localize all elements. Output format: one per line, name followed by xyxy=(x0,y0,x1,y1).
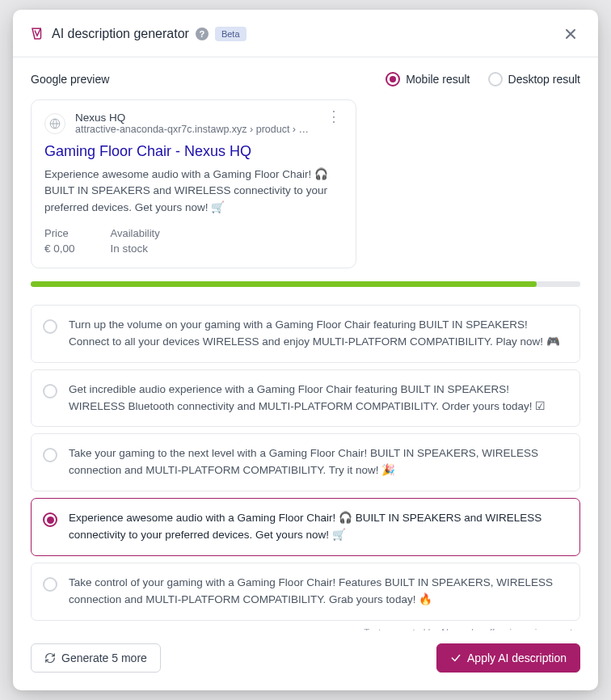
refresh-icon xyxy=(44,652,56,664)
preview-url: attractive-anaconda-qxr7c.instawp.xyz › … xyxy=(75,124,310,135)
preview-site-meta: Nexus HQ attractive-anaconda-qxr7c.insta… xyxy=(75,112,315,135)
help-icon[interactable]: ? xyxy=(196,27,209,40)
option-text: Experience awesome audio with a Gaming F… xyxy=(69,510,567,544)
modal-header: AI description generator ? Beta xyxy=(13,10,598,57)
radio-icon xyxy=(43,577,57,592)
mobile-result-radio[interactable]: Mobile result xyxy=(386,72,470,86)
preview-details: Price € 0,00 Availability In stock xyxy=(44,227,343,255)
option-text: Take control of your gaming with a Gamin… xyxy=(69,575,567,609)
google-preview-card: Nexus HQ attractive-anaconda-qxr7c.insta… xyxy=(31,99,356,268)
price-value: € 0,00 xyxy=(44,242,75,255)
favicon-icon xyxy=(44,113,65,134)
price-label: Price xyxy=(44,227,75,239)
generate-more-button[interactable]: Generate 5 more xyxy=(31,643,161,673)
preview-header-row: Google preview Mobile result Desktop res… xyxy=(31,72,580,86)
modal-footer: Generate 5 more Apply AI description xyxy=(13,630,598,690)
more-icon[interactable]: ⋮ xyxy=(325,112,343,121)
option-text: Turn up the volume on your gaming with a… xyxy=(69,317,567,351)
modal-title: AI description generator xyxy=(52,27,189,41)
modal-body: Google preview Mobile result Desktop res… xyxy=(13,57,598,630)
description-option[interactable]: Experience awesome audio with a Gaming F… xyxy=(31,498,580,556)
description-option[interactable]: Take your gaming to the next level with … xyxy=(31,433,580,491)
radio-icon xyxy=(43,448,57,462)
radio-icon xyxy=(43,384,57,398)
preview-description: Experience awesome audio with a Gaming F… xyxy=(44,167,343,216)
seo-score-fill xyxy=(31,281,537,287)
close-button[interactable] xyxy=(559,23,582,45)
radio-icon xyxy=(43,319,57,334)
option-text: Get incredible audio experience with a G… xyxy=(69,382,567,415)
preview-label: Google preview xyxy=(31,73,109,86)
apply-description-button[interactable]: Apply AI description xyxy=(436,643,580,673)
preview-price-col: Price € 0,00 xyxy=(44,227,75,255)
description-option[interactable]: Turn up the volume on your gaming with a… xyxy=(31,305,580,363)
description-option[interactable]: Get incredible audio experience with a G… xyxy=(31,369,580,428)
apply-description-label: Apply AI description xyxy=(467,652,567,664)
desktop-result-label: Desktop result xyxy=(508,73,580,86)
desktop-result-radio[interactable]: Desktop result xyxy=(488,72,580,86)
yoast-logo-icon xyxy=(29,26,45,42)
ai-description-modal: AI description generator ? Beta Google p… xyxy=(13,10,598,690)
radio-icon xyxy=(43,512,57,527)
result-type-toggle: Mobile result Desktop result xyxy=(386,72,580,86)
availability-value: In stock xyxy=(111,242,160,255)
description-option[interactable]: Take control of your gaming with a Gamin… xyxy=(31,563,580,621)
preview-availability-col: Availability In stock xyxy=(111,227,160,255)
preview-site-row: Nexus HQ attractive-anaconda-qxr7c.insta… xyxy=(44,112,343,135)
radio-icon xyxy=(488,72,503,86)
beta-badge: Beta xyxy=(215,27,247,41)
preview-title: Gaming Floor Chair - Nexus HQ xyxy=(44,143,343,160)
generate-more-label: Generate 5 more xyxy=(61,652,147,664)
option-text: Take your gaming to the next level with … xyxy=(69,445,567,479)
description-options: Turn up the volume on your gaming with a… xyxy=(31,305,580,621)
availability-label: Availability xyxy=(111,227,160,239)
check-icon xyxy=(450,652,461,664)
seo-score-bar xyxy=(31,281,580,287)
preview-site-name: Nexus HQ xyxy=(75,112,315,124)
radio-icon xyxy=(386,72,400,86)
mobile-result-label: Mobile result xyxy=(406,73,470,86)
